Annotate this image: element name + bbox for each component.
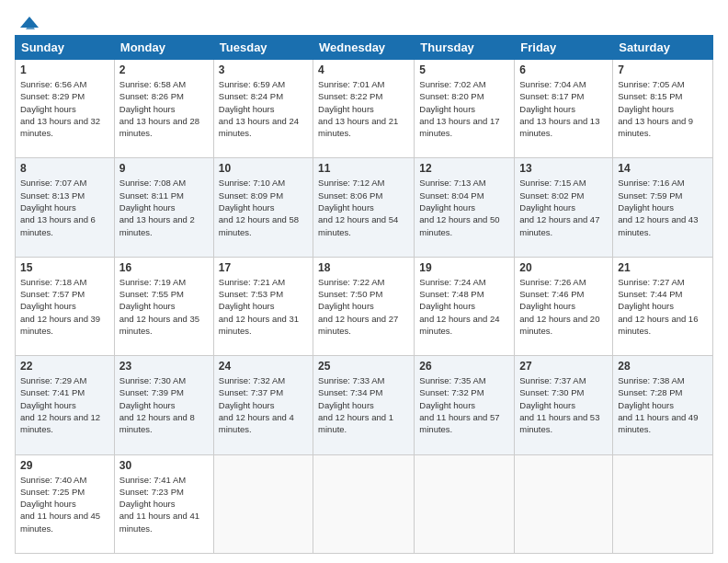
day-number: 4 bbox=[318, 63, 409, 76]
cell-content: Sunrise: 7:12 AMSunset: 8:06 PMDaylight … bbox=[318, 178, 398, 236]
day-number: 18 bbox=[318, 261, 409, 274]
day-cell: 2 Sunrise: 6:58 AMSunset: 8:26 PMDayligh… bbox=[114, 60, 213, 158]
header bbox=[15, 15, 713, 28]
day-number: 2 bbox=[119, 63, 209, 76]
cell-content: Sunrise: 7:41 AMSunset: 7:23 PMDaylight … bbox=[119, 475, 199, 534]
cell-content: Sunrise: 7:08 AMSunset: 8:11 PMDaylight … bbox=[119, 178, 195, 236]
logo bbox=[15, 15, 42, 28]
day-cell: 17 Sunrise: 7:21 AMSunset: 7:53 PMDaylig… bbox=[213, 257, 313, 355]
day-cell: 14 Sunrise: 7:16 AMSunset: 7:59 PMDaylig… bbox=[613, 158, 713, 257]
day-cell: 3 Sunrise: 6:59 AMSunset: 8:24 PMDayligh… bbox=[213, 60, 313, 158]
day-number: 29 bbox=[20, 459, 109, 472]
day-cell bbox=[415, 454, 515, 553]
cell-content: Sunrise: 6:58 AMSunset: 8:26 PMDaylight … bbox=[119, 79, 199, 138]
cell-content: Sunrise: 7:38 AMSunset: 7:28 PMDaylight … bbox=[618, 375, 698, 434]
day-number: 14 bbox=[618, 162, 708, 175]
day-cell: 8 Sunrise: 7:07 AMSunset: 8:13 PMDayligh… bbox=[16, 158, 115, 257]
cell-content: Sunrise: 7:18 AMSunset: 7:57 PMDaylight … bbox=[20, 277, 100, 336]
day-cell: 21 Sunrise: 7:27 AMSunset: 7:44 PMDaylig… bbox=[613, 257, 713, 355]
day-header-saturday: Saturday bbox=[613, 36, 713, 60]
day-number: 25 bbox=[318, 360, 409, 373]
day-header-wednesday: Wednesday bbox=[313, 36, 415, 60]
week-row-2: 8 Sunrise: 7:07 AMSunset: 8:13 PMDayligh… bbox=[16, 158, 713, 257]
day-cell: 13 Sunrise: 7:15 AMSunset: 8:02 PMDaylig… bbox=[515, 158, 613, 257]
cell-content: Sunrise: 6:59 AMSunset: 8:24 PMDaylight … bbox=[219, 79, 299, 138]
day-number: 17 bbox=[219, 261, 308, 274]
cell-content: Sunrise: 6:56 AMSunset: 8:29 PMDaylight … bbox=[20, 79, 100, 138]
cell-content: Sunrise: 7:19 AMSunset: 7:55 PMDaylight … bbox=[119, 277, 199, 336]
day-cell: 9 Sunrise: 7:08 AMSunset: 8:11 PMDayligh… bbox=[114, 158, 213, 257]
week-row-1: 1 Sunrise: 6:56 AMSunset: 8:29 PMDayligh… bbox=[16, 60, 713, 158]
cell-content: Sunrise: 7:32 AMSunset: 7:37 PMDaylight … bbox=[219, 375, 294, 434]
cell-content: Sunrise: 7:37 AMSunset: 7:30 PMDaylight … bbox=[519, 375, 599, 434]
cell-content: Sunrise: 7:30 AMSunset: 7:39 PMDaylight … bbox=[119, 375, 195, 434]
cell-content: Sunrise: 7:29 AMSunset: 7:41 PMDaylight … bbox=[20, 375, 100, 434]
cell-content: Sunrise: 7:01 AMSunset: 8:22 PMDaylight … bbox=[318, 79, 398, 138]
day-header-tuesday: Tuesday bbox=[213, 36, 313, 60]
day-number: 23 bbox=[119, 360, 209, 373]
day-cell: 12 Sunrise: 7:13 AMSunset: 8:04 PMDaylig… bbox=[415, 158, 515, 257]
day-cell: 29 Sunrise: 7:40 AMSunset: 7:25 PMDaylig… bbox=[16, 454, 115, 553]
cell-content: Sunrise: 7:02 AMSunset: 8:20 PMDaylight … bbox=[419, 79, 499, 138]
calendar-body: 1 Sunrise: 6:56 AMSunset: 8:29 PMDayligh… bbox=[16, 60, 713, 554]
week-row-5: 29 Sunrise: 7:40 AMSunset: 7:25 PMDaylig… bbox=[16, 454, 713, 553]
day-cell: 1 Sunrise: 6:56 AMSunset: 8:29 PMDayligh… bbox=[16, 60, 115, 158]
day-number: 13 bbox=[519, 162, 608, 175]
day-header-friday: Friday bbox=[515, 36, 613, 60]
logo-icon bbox=[17, 15, 42, 31]
cell-content: Sunrise: 7:04 AMSunset: 8:17 PMDaylight … bbox=[519, 79, 599, 138]
day-header-thursday: Thursday bbox=[415, 36, 515, 60]
day-cell: 18 Sunrise: 7:22 AMSunset: 7:50 PMDaylig… bbox=[313, 257, 415, 355]
cell-content: Sunrise: 7:13 AMSunset: 8:04 PMDaylight … bbox=[419, 178, 499, 236]
calendar-table: SundayMondayTuesdayWednesdayThursdayFrid… bbox=[15, 35, 713, 554]
day-number: 16 bbox=[119, 261, 209, 274]
day-number: 7 bbox=[618, 63, 708, 76]
cell-content: Sunrise: 7:27 AMSunset: 7:44 PMDaylight … bbox=[618, 277, 698, 336]
day-number: 8 bbox=[20, 162, 109, 175]
cell-content: Sunrise: 7:21 AMSunset: 7:53 PMDaylight … bbox=[219, 277, 299, 336]
day-number: 27 bbox=[519, 360, 608, 373]
day-number: 24 bbox=[219, 360, 308, 373]
day-cell: 11 Sunrise: 7:12 AMSunset: 8:06 PMDaylig… bbox=[313, 158, 415, 257]
day-number: 26 bbox=[419, 360, 509, 373]
day-cell: 4 Sunrise: 7:01 AMSunset: 8:22 PMDayligh… bbox=[313, 60, 415, 158]
day-cell: 15 Sunrise: 7:18 AMSunset: 7:57 PMDaylig… bbox=[16, 257, 115, 355]
day-cell: 24 Sunrise: 7:32 AMSunset: 7:37 PMDaylig… bbox=[213, 356, 313, 454]
day-number: 15 bbox=[20, 261, 109, 274]
day-cell: 19 Sunrise: 7:24 AMSunset: 7:48 PMDaylig… bbox=[415, 257, 515, 355]
day-number: 28 bbox=[618, 360, 708, 373]
day-cell: 23 Sunrise: 7:30 AMSunset: 7:39 PMDaylig… bbox=[114, 356, 213, 454]
week-row-3: 15 Sunrise: 7:18 AMSunset: 7:57 PMDaylig… bbox=[16, 257, 713, 355]
day-cell: 27 Sunrise: 7:37 AMSunset: 7:30 PMDaylig… bbox=[515, 356, 613, 454]
day-cell bbox=[613, 454, 713, 553]
cell-content: Sunrise: 7:24 AMSunset: 7:48 PMDaylight … bbox=[419, 277, 499, 336]
day-number: 10 bbox=[219, 162, 308, 175]
cell-content: Sunrise: 7:15 AMSunset: 8:02 PMDaylight … bbox=[519, 178, 599, 236]
day-cell bbox=[515, 454, 613, 553]
day-number: 6 bbox=[519, 63, 608, 76]
day-cell: 6 Sunrise: 7:04 AMSunset: 8:17 PMDayligh… bbox=[515, 60, 613, 158]
cell-content: Sunrise: 7:10 AMSunset: 8:09 PMDaylight … bbox=[219, 178, 299, 236]
calendar-header-row: SundayMondayTuesdayWednesdayThursdayFrid… bbox=[16, 36, 713, 60]
cell-content: Sunrise: 7:07 AMSunset: 8:13 PMDaylight … bbox=[20, 178, 96, 236]
day-number: 1 bbox=[20, 63, 109, 76]
cell-content: Sunrise: 7:33 AMSunset: 7:34 PMDaylight … bbox=[318, 375, 393, 434]
day-header-monday: Monday bbox=[114, 36, 213, 60]
day-cell: 30 Sunrise: 7:41 AMSunset: 7:23 PMDaylig… bbox=[114, 454, 213, 553]
day-cell: 28 Sunrise: 7:38 AMSunset: 7:28 PMDaylig… bbox=[613, 356, 713, 454]
day-cell: 22 Sunrise: 7:29 AMSunset: 7:41 PMDaylig… bbox=[16, 356, 115, 454]
cell-content: Sunrise: 7:16 AMSunset: 7:59 PMDaylight … bbox=[618, 178, 698, 236]
day-number: 30 bbox=[119, 459, 209, 472]
day-number: 19 bbox=[419, 261, 509, 274]
cell-content: Sunrise: 7:40 AMSunset: 7:25 PMDaylight … bbox=[20, 475, 100, 534]
day-cell bbox=[213, 454, 313, 553]
week-row-4: 22 Sunrise: 7:29 AMSunset: 7:41 PMDaylig… bbox=[16, 356, 713, 454]
day-number: 20 bbox=[519, 261, 608, 274]
day-cell: 7 Sunrise: 7:05 AMSunset: 8:15 PMDayligh… bbox=[613, 60, 713, 158]
cell-content: Sunrise: 7:22 AMSunset: 7:50 PMDaylight … bbox=[318, 277, 398, 336]
day-number: 3 bbox=[219, 63, 308, 76]
day-cell: 16 Sunrise: 7:19 AMSunset: 7:55 PMDaylig… bbox=[114, 257, 213, 355]
day-cell: 25 Sunrise: 7:33 AMSunset: 7:34 PMDaylig… bbox=[313, 356, 415, 454]
day-cell: 5 Sunrise: 7:02 AMSunset: 8:20 PMDayligh… bbox=[415, 60, 515, 158]
day-cell bbox=[313, 454, 415, 553]
